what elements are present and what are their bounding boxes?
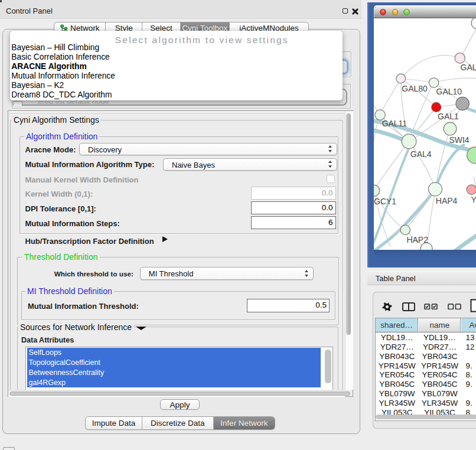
svg-text:Y: Y <box>471 195 475 204</box>
svg-text:GAL1: GAL1 <box>438 112 459 121</box>
svg-text:GAL4: GAL4 <box>410 150 432 159</box>
svg-text:SWI4: SWI4 <box>449 136 469 145</box>
svg-text:GAL7: GAL7 <box>460 63 475 72</box>
svg-text:GAL10: GAL10 <box>436 87 462 97</box>
svg-text:HAP4: HAP4 <box>436 197 458 206</box>
svg-text:GCY1: GCY1 <box>374 197 396 207</box>
svg-text:HAP2: HAP2 <box>406 235 428 244</box>
svg-text:GAL11: GAL11 <box>382 119 407 129</box>
svg-text:GAL80: GAL80 <box>402 84 428 93</box>
